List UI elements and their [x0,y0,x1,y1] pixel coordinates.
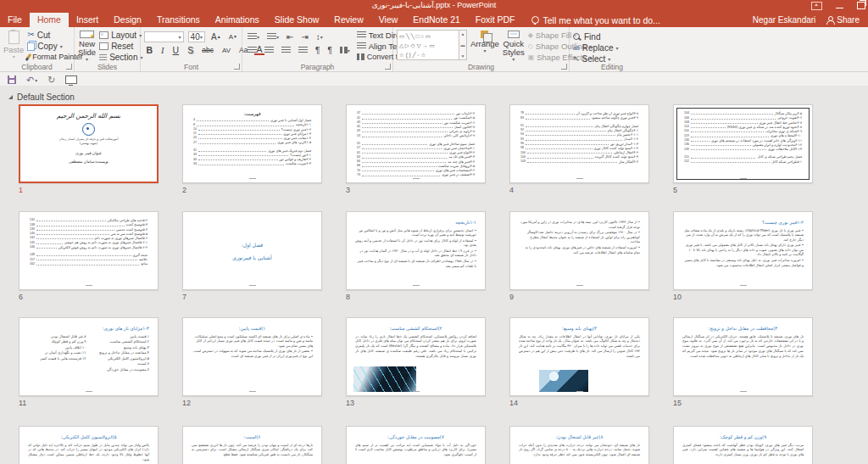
quick-styles-button[interactable]: Quick Styles▾ [503,30,525,62]
align-right-button[interactable] [280,45,292,56]
minimize-icon[interactable] [836,3,843,8]
slide-thumbnail-8[interactable]: ۱-۱تاریخچه• انسان نخستین برای برقراری ار… [346,211,486,290]
toc-page-number: 162 [30,262,35,266]
drawing-dialog-launcher[interactable] [561,64,567,70]
decrease-indent-button[interactable]: ⇤ [285,31,295,42]
tab-review[interactable]: Review [326,13,370,27]
tab-animations[interactable]: Animations [208,13,267,27]
tab-foxit-pdf[interactable]: Foxit PDF [468,13,523,27]
slide-content: ۳-۸انواع فیبر نوری از نظر ساخت و کاربرد … [510,105,648,182]
underline-button[interactable]: U [170,45,181,55]
toc-leader-dots [526,114,575,115]
section-button[interactable]: Section▾ [99,52,142,62]
font-dialog-launcher[interactable] [234,64,240,70]
rtl-direction-button[interactable]: ¶ [326,45,333,56]
paragraph-dialog-launcher[interactable] [385,64,391,70]
align-center-button[interactable] [263,45,275,56]
shapes-gallery[interactable]: ▭ ╲ ╲ □ ○ ▭△ ▷ ◇ ▽ → ▭☆ ( ) ╱ ◦ ☆ ▲▬▼ [397,30,467,62]
slide-footer-placeholder [576,178,583,179]
ribbon-display-options-icon[interactable] [811,2,822,10]
paste-button[interactable]: Paste▾ [3,30,24,62]
numbering-button[interactable]: ▾ [265,31,281,42]
slide-thumbnail-15[interactable]: ۴)محافظت در مقابل تداخل و تزویج:تار های … [673,317,813,396]
ltr-direction-button[interactable]: ¶ [314,45,321,56]
font-size-input[interactable]: 40▾ [188,31,206,42]
shapes-gallery-grid[interactable]: ▭ ╲ ╲ □ ○ ▭△ ▷ ◇ ▽ → ▭☆ ( ) ╱ ◦ ☆ [397,30,459,60]
tab-home[interactable]: Home [30,13,69,27]
tab-transitions[interactable]: Transitions [149,13,208,27]
save-button[interactable] [8,75,16,84]
tab-view[interactable]: View [371,13,406,27]
reset-button[interactable]: Reset [99,41,142,51]
align-left-button[interactable] [246,45,259,56]
slide-thumbnail-11[interactable]: ۱-۳مزایای تار های نوری:۱.قیمت پایین۲.است… [19,317,159,396]
slide-thumbnail-12[interactable]: ۱)قیمت پایین:• ماده ی اصلی برای تار های … [182,317,322,396]
slide-thumbnail-3[interactable]: ۲-۴بازتاب نور37۲-۵شکست نور41۲-۶ضریب شکست… [346,104,486,183]
bullets-button[interactable]: ▾ [246,31,261,42]
slide-thumbnail-7[interactable]: فصل اول:آشنایی با فیبرنوری [182,211,322,290]
clipboard-dialog-launcher[interactable] [66,64,72,70]
slide-content: ۵-۲جنبه های طراحی مکانیکی132۵-۳توضیح کنن… [19,212,158,289]
find-button[interactable]: Find [573,31,652,42]
justify-button[interactable] [297,45,309,56]
slide-thumbnail-5[interactable]: ۴-۵زیر پیکار سیگنال104۴-۶تقویت خروجی106۴… [673,104,813,183]
find-icon [573,33,580,40]
layout-button[interactable]: Layout▾ [99,30,142,40]
toc-entry: ۴-۴آشکار ساز103 [520,159,638,164]
slide-thumbnail-14[interactable]: ۳)پهنای باند وسیع:یکی از مزایای تار نوری… [509,317,649,396]
tab-endnote-21[interactable]: EndNote 21 [405,13,467,27]
character-spacing-button[interactable]: AV [220,47,232,54]
redo-button[interactable]: ↻ [47,75,55,86]
line-spacing-button[interactable]: ↕▾ [314,31,325,42]
toc-leader-dots [526,131,606,131]
bold-button[interactable]: B [144,45,155,55]
tab-design[interactable]: Design [106,13,149,27]
slide-thumbnail-4[interactable]: ۳-۸انواع فیبر نوری از نظر ساخت و کاربرد … [509,104,649,183]
grow-font-button[interactable]: A▲ [209,31,223,42]
toc-group: فصل پنجم:طراحی شبکه ی کابل151۵-۱طراحی شب… [684,154,802,164]
list-item: ۷.مصونیت در مقابل خوردگی [92,367,150,373]
slide-thumbnail-10[interactable]: ۱-۲فیبر نوری چیست؟• فیبر نوری یا تار نور… [673,211,813,290]
toc-page-number: 27 [193,141,197,145]
slide-thumbnail-6[interactable]: ۵-۲جنبه های طراحی مکانیکی132۵-۳توضیح کنن… [19,211,159,290]
tab-slide-show[interactable]: Slide Show [267,13,327,27]
columns-button[interactable]: ▾ [338,45,352,56]
italic-button[interactable]: I [159,46,167,55]
tell-me-box[interactable]: Tell me what you want to do... [523,13,669,27]
start-slideshow-button[interactable] [65,75,77,84]
font-name-select[interactable]: ▾ [144,31,184,42]
restore-icon[interactable] [857,2,865,9]
slide-thumbnail-18[interactable]: ۷)مصونیت در مقابل خوردگی:خوردگی به دلیل … [346,426,486,464]
slide-thumbnail-16[interactable]: ۵)ایزولاسیون کامل الکتریکی:پالس ولتاژ می… [19,426,159,464]
increase-indent-button[interactable]: ⇥ [299,31,309,42]
text-shadow-button[interactable]: S [186,45,196,55]
arrange-icon [481,31,488,38]
slide-thumbnail-9[interactable]: • از سال ۱۹۴۴ تاکنون کاربرد لیزر نیمه ها… [509,211,649,290]
slide-footer-placeholder [413,285,420,286]
new-slide-icon [80,31,94,38]
shapes-gallery-scrollbar[interactable]: ▲▬▼ [459,30,467,60]
slide-thumbnail-19[interactable]: ۸)غیر قابل اشتعال بودن:تار های شیشه ای، … [509,426,649,464]
replace-button[interactable]: abReplace▾ [573,42,652,53]
slide-thumbnail-2[interactable]: فهرست:فصل اول:آشنایی با فیبر نوری4۱-۱تار… [182,104,322,183]
share-button[interactable]: Share [826,15,860,25]
toc-page-number: 96 [520,142,524,146]
toc-leader-dots [362,153,448,154]
toc-group: فصل دوم:فیزیک فیبر های نوری31۲-۱نور چیست… [193,148,311,166]
undo-button[interactable]: ↶▾ [26,75,37,86]
slide-thumbnail-17[interactable]: ۶)امنیت:تارها درجه ای از امنیت و پنهان ب… [182,426,322,464]
shrink-font-button[interactable]: A▼ [227,31,239,42]
arrange-button[interactable]: Arrange▾ [470,30,499,62]
new-slide-button[interactable]: New Slide▾ [78,30,96,62]
tab-file[interactable]: File [0,13,30,27]
toc-entry-text: ۳-۷تضعیف در فیبر نوری [442,172,475,176]
user-name[interactable]: Negar Eskandari [753,15,815,25]
tab-insert[interactable]: Insert [69,13,106,27]
slide-thumbnail-20[interactable]: ۹)وزن کم و قطر کوچک:مزیت دیگر فیبر های ن… [673,426,813,464]
toc-leader-dots [691,131,764,132]
slide-thumbnail-13[interactable]: ۲)استحکام کششی مناسب:اضافه کردن روکش پلا… [346,317,486,396]
section-header[interactable]: Default Section [8,92,75,102]
toc-page-number: 104 [684,111,689,115]
strikethrough-button[interactable]: abc [200,46,216,54]
slide-thumbnail-1[interactable]: بسم الله الرحمن الرحیمآموزشکده فنی و حرف… [19,104,159,183]
